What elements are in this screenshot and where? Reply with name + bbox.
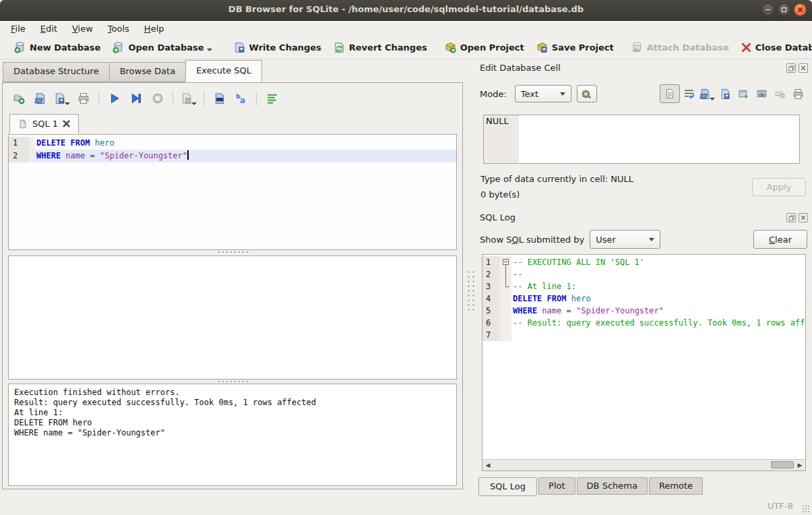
- close-database-button[interactable]: Close Database: [735, 40, 812, 55]
- window-title: DB Browser for SQLite - /home/user/code/…: [0, 4, 812, 14]
- tab-database-structure[interactable]: Database Structure: [3, 62, 110, 82]
- dock-tab-plot[interactable]: Plot: [538, 477, 575, 495]
- results-grid[interactable]: [8, 255, 457, 380]
- menu-file[interactable]: File: [4, 22, 32, 35]
- horizontal-scrollbar[interactable]: ◀ ▶: [482, 459, 805, 471]
- app-window: DB Browser for SQLite - /home/user/code/…: [0, 0, 812, 515]
- toolbar-separator: [173, 91, 173, 106]
- dock-tab-sql-log[interactable]: SQL Log: [478, 477, 537, 496]
- print-button[interactable]: [74, 90, 92, 107]
- execution-message-pane[interactable]: Execution finished without errors.Result…: [8, 384, 457, 486]
- apply-mode-button[interactable]: [577, 85, 597, 102]
- fold-guide: [505, 265, 506, 286]
- line-number: 7: [482, 329, 500, 341]
- splitter-handle[interactable]: [217, 380, 248, 383]
- sql-log-title: SQL Log: [480, 212, 516, 222]
- float-dock-button[interactable]: [786, 213, 796, 222]
- float-dock-button[interactable]: [786, 63, 796, 73]
- sql-doc-tab[interactable]: SQL 1: [9, 114, 79, 134]
- maximize-button[interactable]: [778, 3, 790, 16]
- menu-edit[interactable]: Edit: [34, 22, 64, 35]
- export-cell-button[interactable]: [716, 85, 735, 102]
- sql-editor[interactable]: 1 DELETE FROM hero 2 WHERE name = "Spide…: [8, 134, 457, 250]
- revert-changes-button[interactable]: Revert Changes: [327, 39, 433, 56]
- import-cell-button[interactable]: [698, 85, 716, 102]
- write-changes-label: Write Changes: [249, 42, 321, 53]
- fold-marker-icon[interactable]: [503, 259, 509, 265]
- auto-complete-icon: b a: [235, 92, 247, 104]
- sql-editor-toolbar: b a: [9, 90, 281, 107]
- write-changes-button[interactable]: Write Changes: [228, 39, 327, 56]
- new-database-icon: [14, 42, 26, 53]
- execute-all-button[interactable]: [105, 90, 123, 107]
- save-sql-dropdown-icon[interactable]: [65, 102, 70, 105]
- dock-tab-db-schema[interactable]: DB Schema: [577, 477, 648, 495]
- menu-view[interactable]: View: [65, 22, 100, 35]
- print-cell-button[interactable]: [789, 85, 807, 102]
- apply-button: Apply: [752, 178, 806, 196]
- scroll-left-icon[interactable]: ◀: [484, 461, 492, 469]
- word-wrap-button[interactable]: [680, 85, 698, 102]
- close-icon: [797, 7, 803, 13]
- apply-mode-gear-icon: [581, 88, 592, 100]
- open-database-label: Open Database: [128, 42, 204, 53]
- attach-database-button: Attach Database: [625, 39, 735, 56]
- execute-all-icon: [108, 92, 121, 104]
- new-tab-button[interactable]: [9, 90, 28, 107]
- filter-combobox[interactable]: User: [590, 230, 660, 249]
- close-dock-button[interactable]: [799, 213, 808, 222]
- close-dock-button[interactable]: [799, 63, 808, 73]
- new-database-label: New Database: [30, 42, 100, 53]
- tab-execute-sql[interactable]: Execute SQL: [185, 60, 262, 82]
- maximize-icon: [781, 7, 787, 13]
- close-database-icon: [741, 42, 751, 53]
- menu-tools[interactable]: Tools: [101, 22, 136, 35]
- write-changes-icon: [234, 42, 245, 53]
- import-cell-dropdown-icon[interactable]: [710, 98, 715, 100]
- fold-margin: [29, 137, 35, 150]
- open-database-dropdown-icon[interactable]: [207, 49, 212, 51]
- save-sql-file-button[interactable]: [53, 90, 71, 107]
- sql-log-view[interactable]: 1-- EXECUTING ALL IN 'SQL 1' 2-- 3-- At …: [482, 254, 806, 471]
- encoding-indicator: UTF-8: [768, 501, 793, 511]
- open-sql-file-button[interactable]: [31, 90, 49, 107]
- export-cell-icon: [720, 88, 731, 100]
- open-project-button[interactable]: Open Project: [439, 39, 530, 56]
- open-in-app-button[interactable]: [735, 85, 753, 102]
- menu-help[interactable]: Help: [137, 22, 171, 35]
- scroll-right-icon[interactable]: ▶: [796, 461, 804, 469]
- minimize-button[interactable]: [761, 3, 774, 16]
- splitter-handle[interactable]: [217, 251, 248, 253]
- word-wrap-icon: [683, 88, 695, 100]
- text-mode-toggle[interactable]: [660, 84, 680, 103]
- line-number: 2: [482, 268, 500, 280]
- save-project-button[interactable]: Save Project: [530, 39, 620, 56]
- toolbar-separator: [204, 91, 204, 106]
- float-dock-icon: [788, 215, 794, 221]
- auto-complete-button[interactable]: b a: [232, 90, 250, 107]
- vertical-splitter-handle[interactable]: [466, 270, 476, 310]
- cell-value-editor[interactable]: NULL: [483, 115, 800, 164]
- resize-grip[interactable]: [802, 505, 810, 513]
- tab-browse-data[interactable]: Browse Data: [109, 62, 187, 82]
- mode-combobox[interactable]: Text: [515, 85, 571, 102]
- clear-button[interactable]: Clear: [753, 230, 807, 249]
- execute-line-button[interactable]: [127, 90, 145, 107]
- find-replace-button[interactable]: [210, 90, 228, 107]
- message-line: DELETE FROM hero: [14, 418, 451, 428]
- dock-tab-remote[interactable]: Remote: [649, 477, 703, 495]
- editor-line: 1 DELETE FROM hero: [9, 137, 456, 150]
- line-number: 2: [9, 150, 29, 162]
- format-sql-button[interactable]: [263, 90, 281, 107]
- print-cell-icon: [792, 88, 804, 100]
- minimize-icon: [765, 7, 771, 13]
- new-database-button[interactable]: New Database: [8, 39, 106, 56]
- open-in-app-icon: [738, 88, 749, 100]
- link-data-button[interactable]: [753, 85, 771, 102]
- cell-mode-row: Mode: Text: [480, 84, 807, 103]
- scrollbar-thumb[interactable]: [771, 461, 794, 468]
- open-database-button[interactable]: Open Database: [106, 39, 218, 56]
- open-database-icon: [113, 42, 124, 53]
- close-tab-icon[interactable]: [63, 120, 70, 127]
- close-button[interactable]: [794, 3, 807, 16]
